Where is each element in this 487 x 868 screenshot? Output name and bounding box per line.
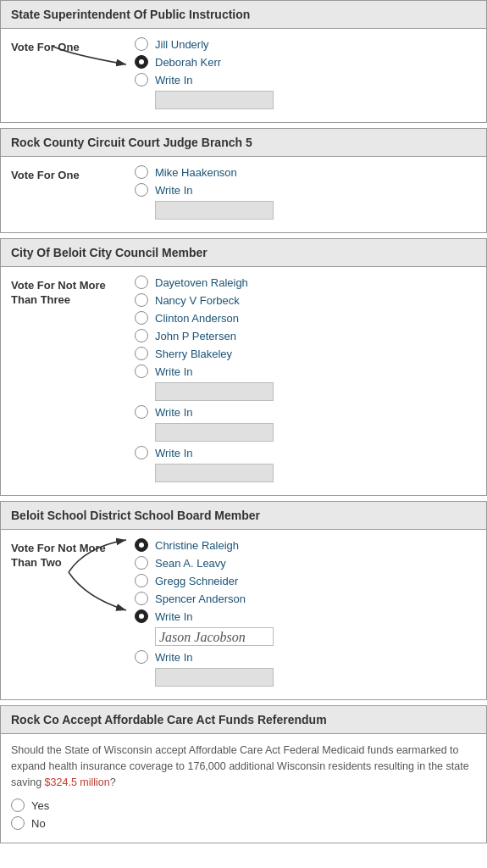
candidate-row: Write In [135, 446, 479, 459]
candidates-list-4: Christine Raleigh Sean A. Leavy Gregg Sc… [128, 538, 486, 691]
candidate-row: Write In [135, 650, 479, 664]
section-title: Rock County Circuit Court Judge Branch 5 [11, 136, 252, 149]
write-in-label: Write In [155, 365, 193, 378]
beloit-school-board-section: Beloit School District School Board Memb… [0, 501, 487, 700]
candidate-row: John P Petersen [135, 329, 479, 342]
candidate-name: Spencer Anderson [155, 593, 246, 605]
write-in-input-3b[interactable] [155, 423, 274, 442]
section-title: State Superintendent Of Public Instructi… [11, 8, 250, 21]
candidate-name: Dayetoven Raleigh [155, 276, 248, 289]
radio-nancy[interactable] [135, 293, 148, 307]
radio-write-in-3c[interactable] [135, 446, 148, 459]
referendum-body: Should the State of Wisconsin accept Aff… [1, 734, 486, 843]
candidate-name: Clinton Anderson [155, 312, 239, 325]
radio-christine[interactable] [135, 538, 148, 552]
candidate-name: Gregg Schneider [155, 575, 238, 587]
radio-write-in-3b[interactable] [135, 405, 148, 419]
radio-sherry[interactable] [135, 347, 148, 360]
candidate-row: Mike Haakenson [135, 165, 479, 179]
candidate-name: Deborah Kerr [155, 56, 221, 69]
yes-label: Yes [31, 799, 49, 812]
write-in-input-4b[interactable] [155, 668, 274, 687]
referendum-header: Rock Co Accept Affordable Care Act Funds… [1, 706, 486, 734]
radio-write-in-2[interactable] [135, 183, 148, 197]
state-superintendent-section: State Superintendent Of Public Instructi… [0, 0, 487, 123]
candidate-row: Sherry Blakeley [135, 347, 479, 360]
write-in-input-2[interactable] [155, 201, 274, 220]
beloit-city-council-header: City Of Beloit City Council Member [1, 239, 486, 267]
write-in-label: Write In [155, 184, 193, 197]
referendum-section: Rock Co Accept Affordable Care Act Funds… [0, 705, 487, 843]
write-in-label: Write In [155, 610, 193, 623]
candidate-name: Mike Haakenson [155, 166, 237, 179]
radio-jill-underly[interactable] [135, 37, 148, 51]
candidate-name: Christine Raleigh [155, 539, 239, 552]
write-in-label: Write In [155, 74, 193, 86]
rock-county-judge-section: Rock County Circuit Court Judge Branch 5… [0, 128, 487, 233]
radio-write-in-3a[interactable] [135, 364, 148, 378]
radio-write-in-4a[interactable] [135, 609, 148, 623]
vote-label-1: Vote For One [1, 37, 128, 114]
radio-dayetoven[interactable] [135, 275, 148, 289]
state-superintendent-header: State Superintendent Of Public Instructi… [1, 1, 486, 29]
candidate-name: John P Petersen [155, 330, 236, 342]
radio-mike-haakenson[interactable] [135, 165, 148, 179]
beloit-city-council-section: City Of Beloit City Council Member Vote … [0, 238, 487, 496]
candidate-row: Nancy V Forbeck [135, 293, 479, 307]
candidate-row: Dayetoven Raleigh [135, 275, 479, 289]
beloit-school-board-header: Beloit School District School Board Memb… [1, 502, 486, 530]
write-in-label: Write In [155, 651, 193, 664]
candidate-row: Sean A. Leavy [135, 556, 479, 570]
candidate-row: Gregg Schneider [135, 574, 479, 587]
radio-write-in-4b[interactable] [135, 650, 148, 664]
candidate-row: Write In [135, 183, 479, 197]
radio-clinton[interactable] [135, 311, 148, 325]
rock-county-judge-header: Rock County Circuit Court Judge Branch 5 [1, 129, 486, 157]
candidate-name: Sean A. Leavy [155, 557, 226, 570]
vote-label-3: Vote For Not More Than Three [1, 275, 128, 487]
section-title: Beloit School District School Board Memb… [11, 509, 260, 522]
radio-write-in-1[interactable] [135, 73, 148, 86]
candidates-list-3: Dayetoven Raleigh Nancy V Forbeck Clinto… [128, 275, 486, 487]
write-in-label: Write In [155, 406, 193, 419]
referendum-question: Should the State of Wisconsin accept Aff… [11, 743, 476, 790]
radio-yes[interactable] [11, 798, 25, 812]
write-in-input-3c[interactable] [155, 464, 274, 482]
referendum-no-row: No [11, 816, 476, 830]
candidate-row: Write In [135, 73, 479, 86]
candidate-row: Write In [135, 405, 479, 419]
candidate-row: Christine Raleigh [135, 538, 479, 552]
candidate-name: Sherry Blakeley [155, 348, 232, 360]
section-title: Rock Co Accept Affordable Care Act Funds… [11, 713, 327, 726]
candidate-row: Write In [135, 609, 479, 623]
radio-no[interactable] [11, 816, 25, 830]
radio-deborah-kerr[interactable] [135, 55, 148, 69]
write-in-input-3a[interactable] [155, 382, 274, 401]
candidates-list-1: Jill Underly Deborah Kerr Write In [128, 37, 486, 114]
referendum-yes-row: Yes [11, 798, 476, 812]
candidate-name: Nancy V Forbeck [155, 294, 240, 307]
candidate-name: Jill Underly [155, 38, 209, 51]
candidate-row: Clinton Anderson [135, 311, 479, 325]
candidate-row: Write In [135, 364, 479, 378]
candidate-row: Spencer Anderson [135, 592, 479, 605]
vote-label-2: Vote For One [1, 165, 128, 224]
write-in-label: Write In [155, 447, 193, 459]
radio-sean[interactable] [135, 556, 148, 570]
vote-label-4: Vote For Not More Than Two [1, 538, 128, 691]
no-label: No [31, 817, 46, 830]
highlight-amount: $324.5 million [45, 776, 110, 788]
section-title: City Of Beloit City Council Member [11, 246, 208, 259]
write-in-input-1[interactable] [155, 91, 274, 109]
radio-gregg[interactable] [135, 574, 148, 587]
write-in-input-4a[interactable]: Jason Jacobson [155, 627, 274, 646]
candidate-row: Deborah Kerr [135, 55, 479, 69]
radio-john[interactable] [135, 329, 148, 342]
candidates-list-2: Mike Haakenson Write In [128, 165, 486, 224]
radio-spencer[interactable] [135, 592, 148, 605]
candidate-row: Jill Underly [135, 37, 479, 51]
